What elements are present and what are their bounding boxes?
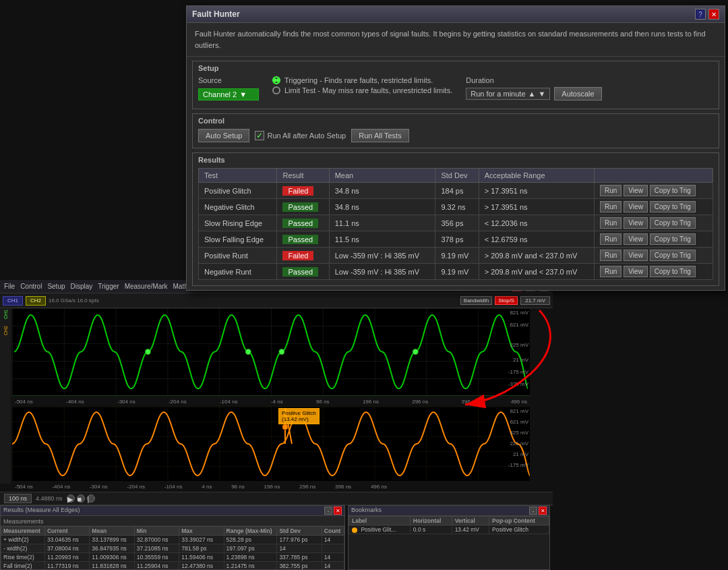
result-mean-3: 11.5 ns (329, 231, 435, 248)
bandwidth-btn[interactable]: Bandwidth (460, 296, 492, 305)
view-btn-1[interactable]: View (624, 201, 648, 212)
result-range-0: > 17.3951 ns (479, 183, 594, 199)
channel-dropdown-icon: ▼ (239, 90, 247, 98)
menu-measure[interactable]: Measure/Mark (125, 283, 168, 290)
meas-cell-1-4: 781.58 ps (179, 544, 224, 553)
bookmark-vertical: 13.42 mV (452, 525, 489, 534)
ch1-volt-4: 21 mV (513, 357, 528, 363)
result-actions-0: Run View Copy to Trig (595, 183, 713, 199)
setup-row: Source Channel 2 ▼ Triggering - Finds ra… (198, 76, 713, 103)
bookmarks-minimize[interactable]: - (529, 507, 537, 515)
menu-setup[interactable]: Setup (47, 283, 65, 290)
source-label: Source (198, 76, 259, 84)
run-btn-0[interactable]: Run (600, 185, 621, 196)
run-btn-2[interactable]: Run (600, 217, 621, 229)
view-btn-0[interactable]: View (624, 185, 648, 196)
time-label-1: -504 ns (15, 399, 33, 405)
result-stddev-2: 356 ps (435, 215, 479, 231)
copy-trig-btn-0[interactable]: Copy to Trig (650, 185, 696, 196)
meas-cell-2-5: 1.23898 ns (224, 553, 277, 562)
meas-cell-2-2: 11.009306 ns (90, 553, 134, 562)
measurements-subtitle: Measurements (1, 516, 344, 526)
time-per-div[interactable]: 100 ns (4, 494, 32, 503)
result-stddev-5: 9.19 mV (435, 264, 479, 280)
menu-file[interactable]: File (4, 283, 15, 290)
copy-trig-btn-4[interactable]: Copy to Trig (650, 250, 696, 261)
view-btn-3[interactable]: View (624, 233, 648, 245)
scope-left-sidebar: CH1 CH2 (0, 308, 11, 484)
bookmark-popup: Positive Glitch (489, 525, 549, 534)
ch1-waveform-svg (12, 308, 530, 395)
meas-cell-0-1: 33.04635 ns (44, 536, 89, 544)
result-stddev-4: 9.19 mV (435, 248, 479, 264)
view-btn-2[interactable]: View (624, 217, 648, 229)
meas-cell-3-0: Fall time(2) (1, 562, 45, 571)
panel-close[interactable]: ✕ (334, 507, 342, 515)
copy-trig-btn-2[interactable]: Copy to Trig (650, 217, 696, 229)
dialog-close-button[interactable]: ✕ (708, 9, 719, 20)
time-label-5: -104 ns (220, 399, 238, 405)
dialog-title: Fault Hunter (192, 9, 240, 19)
meas-row-2: Rise time(2)11.20993 ns11.009306 ns10.35… (1, 553, 344, 562)
meas-cell-1-1: 37.08004 ns (44, 544, 89, 553)
run-all-checkbox-item[interactable]: ✓ Run All after Auto Setup (255, 131, 346, 140)
results-row-1: Negative Glitch Passed 34.8 ns 9.32 ns >… (199, 199, 713, 215)
radio-limit-test[interactable]: Limit Test - May miss rare faults, unres… (272, 86, 452, 94)
menu-trigger[interactable]: Trigger (98, 283, 119, 290)
ch2-volt-4: 221 mV (510, 440, 528, 447)
result-test-1: Negative Glitch (199, 199, 277, 215)
run-btn-5[interactable]: Run (600, 266, 621, 277)
radio-triggering[interactable]: Triggering - Finds rare faults, restrict… (272, 76, 452, 84)
bookmarks-close[interactable]: ✕ (539, 507, 547, 515)
run-all-checkbox[interactable]: ✓ (255, 131, 264, 140)
ch1-volt-2: 621 mV (510, 322, 528, 328)
meas-row-0: + width(2)33.04635 ns33.137899 ns32.8700… (1, 536, 344, 544)
result-stddev-0: 184 ps (435, 183, 479, 199)
run-btn-4[interactable]: Run (600, 250, 621, 261)
run-all-tests-button[interactable]: Run All Tests (351, 129, 408, 142)
meas-cell-2-6: 337.785 ps (277, 553, 322, 562)
meas-cell-3-3: 11.25904 ns (134, 562, 179, 571)
result-range-4: > 209.8 mV and < 237.0 mV (479, 248, 594, 264)
ch2-waveform-svg (12, 407, 530, 481)
ch2-volt-3: 425 mV (510, 430, 528, 436)
time-label-2: -404 ns (66, 399, 84, 405)
radio-limit-dot (272, 86, 280, 94)
measurements-table: Measurement Current Mean Min Max Range (… (1, 526, 344, 570)
control-label: Control (198, 117, 713, 125)
svg-point-2 (279, 349, 284, 355)
menu-display[interactable]: Display (71, 283, 93, 290)
ch2-toggle[interactable]: CH2 (26, 296, 46, 306)
stop-btn[interactable]: Stop/S (495, 296, 518, 305)
measurements-title-bar: Results (Measure All Edges) - ✕ (1, 506, 344, 516)
help-button[interactable]: ? (695, 9, 706, 20)
meas-cell-3-1: 11.77319 ns (44, 562, 89, 571)
view-btn-4[interactable]: View (624, 250, 648, 261)
menu-control[interactable]: Control (20, 283, 42, 290)
duration-select[interactable]: Run for a minute ▲ ▼ (466, 88, 550, 100)
auto-setup-button[interactable]: Auto Setup (198, 129, 249, 142)
bookmarks-panel: Bookmarks - ✕ Label Horizontal Vertical … (348, 505, 550, 570)
stop-control-btn[interactable]: ■ (77, 494, 85, 503)
title-controls: ? ✕ (695, 9, 719, 20)
panel-minimize[interactable]: - (324, 507, 332, 515)
result-mean-5: Low -359 mV : Hi 385 mV (329, 264, 435, 280)
run-btn-3[interactable]: Run (600, 233, 621, 245)
autoscale-button[interactable]: Autoscale (554, 87, 601, 101)
run-btn-1[interactable]: Run (600, 201, 621, 212)
meas-cell-0-0: + width(2) (1, 536, 45, 544)
meas-cell-1-5: 197.097 ps (224, 544, 277, 553)
time-label-3: -304 ns (117, 399, 135, 405)
ch2-volt-1: 821 mV (510, 408, 528, 414)
play-btn[interactable]: ▶ (67, 494, 75, 503)
view-btn-5[interactable]: View (624, 266, 648, 277)
copy-trig-btn-5[interactable]: Copy to Trig (650, 266, 696, 277)
copy-trig-btn-1[interactable]: Copy to Trig (650, 201, 696, 212)
channel-select[interactable]: Channel 2 ▼ (198, 88, 259, 101)
ch1-toggle[interactable]: CH1 (3, 296, 23, 306)
copy-trig-btn-3[interactable]: Copy to Trig (650, 233, 696, 245)
step-btn[interactable]: |▶ (87, 494, 95, 503)
ch1-volt-top: 821 mV (510, 310, 528, 316)
meas-cell-0-7: 14 (322, 536, 344, 544)
meas-cell-0-5: 528.28 ps (224, 536, 277, 544)
